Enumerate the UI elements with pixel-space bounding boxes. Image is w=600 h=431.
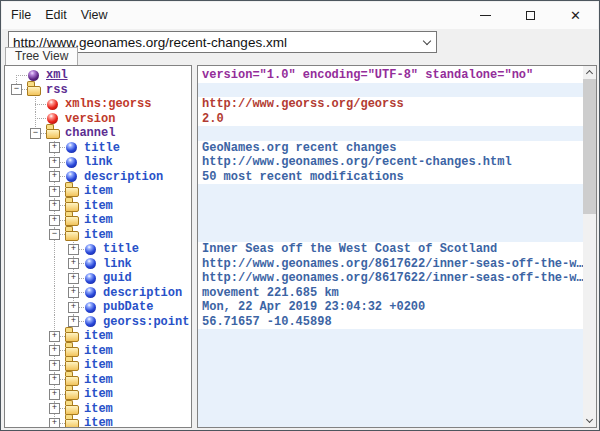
node-label[interactable]: rss [44,83,70,98]
node-label[interactable]: description [101,286,184,301]
expander-plus-icon[interactable]: + [49,360,60,371]
node-label[interactable]: xml [44,68,70,83]
node-label[interactable]: version [63,112,117,127]
expander-plus-icon[interactable]: + [49,171,60,182]
value-row[interactable]: http://www.geonames.org/8617622/inner-se… [198,257,583,272]
tree-row[interactable]: +title [5,141,191,156]
node-label[interactable]: title [101,242,141,257]
close-button[interactable]: ✕ [553,2,598,28]
node-label[interactable]: item [82,213,115,228]
node-label[interactable]: item [82,329,115,344]
value-row[interactable] [198,83,583,98]
scroll-up-button[interactable] [583,66,596,79]
menu-view[interactable]: View [74,2,115,29]
node-label[interactable]: pubDate [101,300,155,315]
tree-row[interactable]: +item [5,358,191,373]
value-row[interactable] [198,373,583,388]
value-row[interactable]: GeoNames.org recent changes [198,141,583,156]
node-label[interactable]: guid [101,271,134,286]
value-row[interactable]: http://www.geonames.org/recent-changes.h… [198,155,583,170]
tree-row[interactable]: +item [5,373,191,388]
value-row[interactable]: http://www.geonames.org/8617622/inner-se… [198,271,583,286]
node-label[interactable]: item [82,373,115,388]
expander-plus-icon[interactable]: + [49,157,60,168]
expander-minus-icon[interactable]: − [30,128,41,139]
expander-plus-icon[interactable]: + [49,345,60,356]
value-row[interactable] [198,358,583,373]
menu-file[interactable]: File [4,2,38,29]
node-label[interactable]: link [101,257,134,272]
tree-row[interactable]: +link [5,257,191,272]
expander-plus-icon[interactable]: + [49,331,60,342]
expander-plus-icon[interactable]: + [68,273,79,284]
node-label[interactable]: item [82,184,115,199]
value-row[interactable] [198,402,583,417]
tree-row[interactable]: +description [5,170,191,185]
node-label[interactable]: item [82,387,115,402]
tree-row[interactable]: +link [5,155,191,170]
value-row[interactable] [198,228,583,243]
value-row[interactable]: Inner Seas off the West Coast of Scotlan… [198,242,583,257]
value-row[interactable] [198,199,583,214]
expander-plus-icon[interactable]: + [49,389,60,400]
tree-row[interactable]: +item [5,387,191,402]
value-row[interactable]: Mon, 22 Apr 2019 23:04:32 +0200 [198,300,583,315]
expander-minus-icon[interactable]: − [11,84,22,95]
value-row[interactable] [198,184,583,199]
expander-plus-icon[interactable]: + [68,244,79,255]
tree-row[interactable]: version [5,112,191,127]
tree-row[interactable]: +description [5,286,191,301]
tree-row[interactable]: +item [5,199,191,214]
node-label[interactable]: title [82,141,122,156]
menu-edit[interactable]: Edit [38,2,74,29]
node-label[interactable]: channel [63,126,117,141]
expander-plus-icon[interactable]: + [49,200,60,211]
maximize-button[interactable] [508,2,553,28]
minimize-button[interactable] [463,2,508,28]
tree-row[interactable]: xmlns:georss [5,97,191,112]
tree-row[interactable]: −channel [5,126,191,141]
value-row[interactable] [198,126,583,141]
expander-plus-icon[interactable]: + [68,258,79,269]
tree-row[interactable]: +title [5,242,191,257]
tree-row[interactable]: −rss [5,83,191,98]
tree-row[interactable]: +item [5,344,191,359]
tree-row[interactable]: −item [5,228,191,243]
expander-plus-icon[interactable]: + [49,215,60,226]
node-label[interactable]: item [82,228,115,243]
node-label[interactable]: georss:point [101,315,191,330]
value-row[interactable]: 50 most recent modifications [198,170,583,185]
value-row[interactable] [198,213,583,228]
value-row[interactable]: http://www.georss.org/georss [198,97,583,112]
value-row[interactable] [198,329,583,344]
expander-plus-icon[interactable]: + [49,186,60,197]
expander-plus-icon[interactable]: + [49,403,60,414]
node-label[interactable]: item [82,358,115,373]
tree-row[interactable]: +item [5,213,191,228]
value-row[interactable]: 56.71657 -10.45898 [198,315,583,330]
node-label[interactable]: link [82,155,115,170]
tree-row[interactable]: +georss:point [5,315,191,330]
value-row[interactable]: version="1.0" encoding="UTF-8" standalon… [198,68,583,83]
node-label[interactable]: xmlns:georss [63,97,153,112]
tree-row[interactable]: +item [5,402,191,417]
node-label[interactable]: item [82,199,115,214]
value-row[interactable]: movement 221.685 km [198,286,583,301]
tab-tree-view[interactable]: Tree View [5,47,78,65]
value-row[interactable]: 2.0 [198,112,583,127]
expander-plus-icon[interactable]: + [68,302,79,313]
node-label[interactable]: item [82,344,115,359]
scrollbar-thumb[interactable] [583,79,596,214]
value-row[interactable] [198,344,583,359]
tree-row[interactable]: +item [5,329,191,344]
node-label[interactable]: item [82,402,115,417]
expander-plus-icon[interactable]: + [68,316,79,327]
node-label[interactable]: item [82,416,115,428]
expander-plus-icon[interactable]: + [49,142,60,153]
tree-row[interactable]: +item [5,184,191,199]
expander-plus-icon[interactable]: + [49,418,60,428]
expander-plus-icon[interactable]: + [68,287,79,298]
node-label[interactable]: description [82,170,165,185]
value-row[interactable] [198,387,583,402]
tree-row[interactable]: +guid [5,271,191,286]
